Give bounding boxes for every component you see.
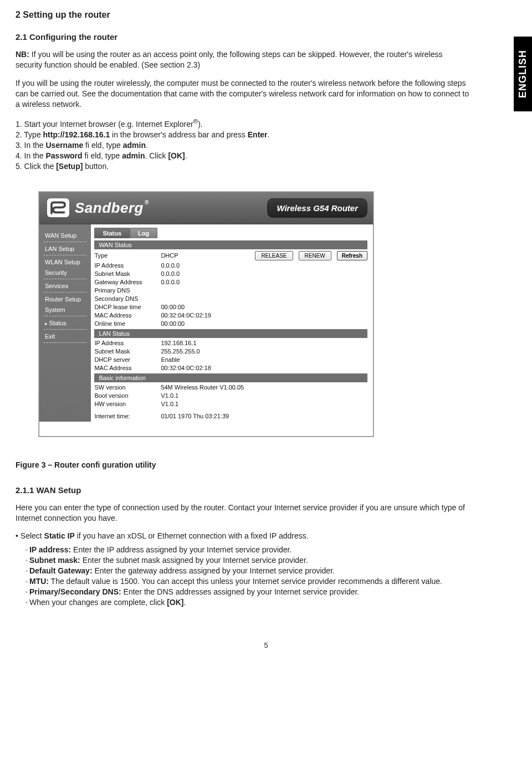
brand-name: Sandberg®: [75, 199, 149, 217]
bullet-block: • Select Static IP if you have an xDSL o…: [16, 531, 516, 607]
brand-block: Sandberg®: [47, 198, 149, 217]
heading-211: 2.1.1 WAN Setup: [16, 485, 516, 495]
sidebar-item-wlan-setup[interactable]: WLAN Setup: [39, 257, 91, 267]
internet-time-label: Internet time:: [94, 413, 161, 419]
step-3: 3. In the Username fi eld, type admin.: [16, 140, 516, 151]
lan-ip-label: IP Address: [94, 340, 161, 346]
sw-version-label: SW version: [94, 384, 161, 391]
lan-grid: IP Address192.168.16.1 Subnet Mask255.25…: [94, 340, 367, 371]
internet-time-value: 01/01 1970 Thu 03:21:39: [161, 413, 367, 419]
wan-ip-value: 0.0.0.0: [161, 262, 255, 269]
sidebar-item-security[interactable]: Security: [39, 267, 91, 278]
bullet-static-ip: • Select Static IP if you have an xDSL o…: [16, 531, 516, 540]
boot-version-label: Boot version: [94, 392, 161, 399]
sub-ip: IP address: Enter the IP address assigne…: [25, 545, 516, 555]
heading-main: 2 Setting up the router: [16, 10, 516, 20]
sub-gateway: Default Gateway: Enter the gateway addre…: [25, 566, 516, 576]
lan-subnet-value: 255.255.255.0: [161, 348, 255, 355]
wan-type-value: DHCP: [161, 252, 255, 259]
wan-lease-value: 00:00:00: [161, 304, 255, 310]
wan-pdns-label: Primary DNS: [94, 287, 161, 294]
router-screenshot: Sandberg® Wireless G54 Router WAN Setup …: [39, 192, 374, 437]
brand-logo-icon: [47, 198, 69, 217]
nb-body: If you will be using the router as an ac…: [16, 50, 442, 69]
basic-grid: SW version54M Wireless Router V1.00.05 B…: [94, 384, 367, 407]
wan-lease-label: DHCP lease time: [94, 304, 161, 310]
sub-ok: When your changes are complete, click [O…: [25, 597, 516, 608]
wan-online-value: 00:00:00: [161, 320, 255, 327]
tab-log[interactable]: Log: [130, 228, 157, 238]
sub-mtu: MTU: The default value is 1500. You can …: [25, 576, 516, 587]
lan-dhcp-value: Enable: [161, 356, 255, 363]
lan-subnet-label: Subnet Mask: [94, 348, 161, 355]
boot-version-value: V1.0.1: [161, 392, 255, 399]
sidebar-item-system[interactable]: System: [39, 304, 91, 315]
wan-subnet-label: Subnet Mask: [94, 270, 161, 277]
sidebar-item-status[interactable]: Status: [39, 317, 91, 328]
step-2: 2. Type http://192.168.16.1 in the brows…: [16, 130, 516, 140]
sidebar-item-services[interactable]: Services: [39, 280, 91, 291]
router-main: Status Log WAN Status Type DHCP RELEASE …: [91, 224, 373, 422]
wan-mac-label: MAC Address: [94, 312, 161, 319]
wan-online-label: Online time: [94, 320, 161, 327]
basic-info-header: Basic information: [94, 373, 367, 382]
sidebar-item-lan-setup[interactable]: LAN Setup: [39, 243, 91, 254]
refresh-button[interactable]: Refresh: [337, 251, 367, 260]
nb-paragraph: NB: If you will be using the router as a…: [16, 49, 470, 70]
release-button[interactable]: RELEASE: [255, 251, 293, 260]
hw-version-value: V1.0.1: [161, 401, 255, 407]
router-header: Sandberg® Wireless G54 Router: [39, 192, 373, 224]
product-name: Wireless G54 Router: [267, 198, 367, 218]
wan-gateway-label: Gateway Address: [94, 279, 161, 285]
wan-mac-value: 00:32:04:0C:02:19: [161, 312, 255, 319]
sidebar-item-exit[interactable]: Exit: [39, 331, 91, 341]
language-tab: ENGLISH: [514, 37, 532, 111]
wan-grid: Type DHCP RELEASE RENEW Refresh IP Addre…: [94, 251, 367, 327]
internet-time-row: Internet time: 01/01 1970 Thu 03:21:39: [94, 413, 367, 419]
step-list: 1. Start your Internet browser (e.g. Int…: [16, 117, 516, 171]
figure-caption: Figure 3 – Router confi guration utility: [16, 460, 470, 470]
subbullet-list: IP address: Enter the IP address assigne…: [25, 545, 516, 607]
sub-subnet: Subnet mask: Enter the subnet mask assig…: [25, 555, 516, 566]
lan-mac-label: MAC Address: [94, 365, 161, 371]
renew-button[interactable]: RENEW: [299, 251, 331, 260]
intro-paragraph: If you will be using the router wireless…: [16, 78, 470, 110]
step-1: 1. Start your Internet browser (e.g. Int…: [16, 117, 516, 130]
router-sidebar: WAN Setup LAN Setup WLAN Setup Security …: [39, 224, 91, 422]
sidebar-item-wan-setup[interactable]: WAN Setup: [39, 230, 91, 240]
sidebar-item-router-setup[interactable]: Router Setup: [39, 294, 91, 304]
wan-sdns-label: Secondary DNS: [94, 295, 161, 302]
step-5: 5. Click the [Setup] button.: [16, 161, 516, 172]
wan-status-header: WAN Status: [94, 240, 367, 249]
wan-gateway-value: 0.0.0.0: [161, 279, 255, 285]
wan-ip-label: IP Address: [94, 262, 161, 269]
page-number: 5: [16, 641, 516, 649]
wan-subnet-value: 0.0.0.0: [161, 270, 255, 277]
sub-dns: Primary/Secondary DNS: Enter the DNS add…: [25, 587, 516, 597]
lan-status-header: LAN Status: [94, 329, 367, 338]
nb-label: NB:: [16, 50, 29, 59]
lan-mac-value: 00:32:04:0C:02:18: [161, 365, 255, 371]
step-4: 4. In the Password fi eld, type admin. C…: [16, 151, 516, 161]
para-211: Here you can enter the type of connectio…: [16, 503, 470, 524]
hw-version-label: HW version: [94, 401, 161, 407]
sw-version-value: 54M Wireless Router V1.00.05: [161, 384, 367, 391]
router-tabs: Status Log: [94, 228, 367, 238]
lan-ip-value: 192.168.16.1: [161, 340, 255, 346]
heading-sub: 2.1 Configuring the router: [16, 32, 516, 42]
wan-type-label: Type: [94, 252, 161, 259]
tab-status[interactable]: Status: [94, 228, 130, 238]
lan-dhcp-label: DHCP server: [94, 356, 161, 363]
